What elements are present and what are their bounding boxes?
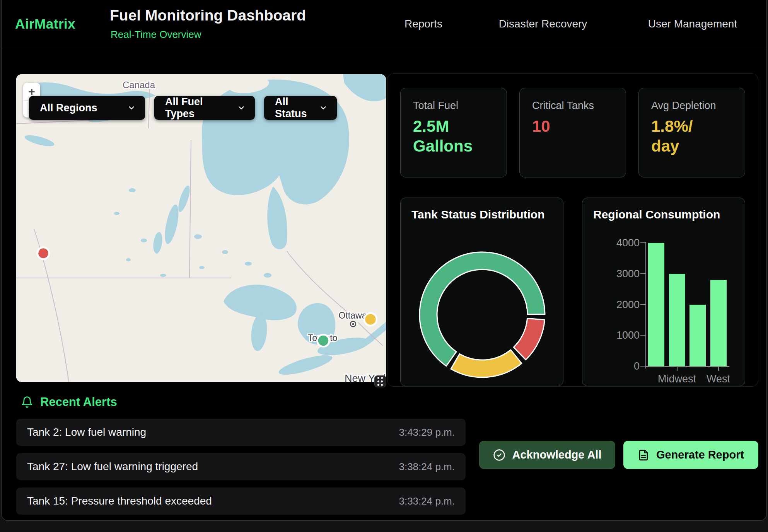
map-label-canada: Canada <box>123 80 155 90</box>
alert-row[interactable]: Tank 2: Low fuel warning 3:43:29 p.m. <box>16 419 466 446</box>
x-tick-label: West <box>707 373 730 385</box>
page-title: Fuel Monitoring Dashboard <box>110 7 306 24</box>
y-tick <box>640 242 645 243</box>
nav-reports[interactable]: Reports <box>404 18 442 30</box>
header: AirMatrix Fuel Monitoring Dashboard Real… <box>2 0 766 49</box>
alert-time: 3:43:29 p.m. <box>399 426 455 438</box>
nav-disaster-recovery[interactable]: Disaster Recovery <box>499 18 587 30</box>
chevron-down-icon <box>237 104 246 112</box>
alert-row[interactable]: Tank 15: Pressure threshold exceeded 3:3… <box>16 488 466 515</box>
file-text-icon <box>638 449 649 461</box>
x-tick <box>718 367 719 371</box>
alert-message: Tank 27: Low fuel warning triggered <box>27 460 198 473</box>
metrics-panel: Total Fuel 2.5M Gallons Critical Tanks 1… <box>387 73 758 387</box>
fuel-types-dropdown[interactable]: All Fuel Types <box>154 96 255 120</box>
alert-message: Tank 15: Pressure threshold exceeded <box>27 495 212 507</box>
map-canvas: Canada Ottawa Toronto New York <box>16 74 386 382</box>
map-marker-normal[interactable] <box>317 335 329 347</box>
bar-2 <box>689 305 706 367</box>
acknowledge-all-label: Acknowledge All <box>512 448 602 461</box>
stat-card-avg-depletion: Avg Depletion 1.8%/day <box>638 88 745 177</box>
bar-0 <box>648 243 664 366</box>
alert-time: 3:38:24 p.m. <box>399 461 455 473</box>
donut-chart: Tank Status Distribution <box>400 198 563 386</box>
stats-row: Total Fuel 2.5M Gallons Critical Tanks 1… <box>400 88 745 177</box>
y-axis <box>645 242 646 368</box>
x-axis <box>645 366 729 367</box>
check-circle-icon <box>493 449 505 461</box>
y-tick-label: 3000 <box>593 268 640 280</box>
brand-logo: AirMatrix <box>15 16 75 32</box>
map[interactable]: Canada Ottawa Toronto New York + − All R… <box>16 74 386 382</box>
donut-segment-warning <box>451 350 522 377</box>
y-tick-label: 0 <box>593 360 640 372</box>
stat-card-critical-tanks: Critical Tanks 10 <box>519 88 626 177</box>
map-filter-bar: All Regions All Fuel Types All Status <box>29 96 337 120</box>
alert-row[interactable]: Tank 27: Low fuel warning triggered 3:38… <box>16 453 466 480</box>
y-tick-label: 1000 <box>593 329 640 341</box>
map-label-ottawa: Ottawa <box>339 310 367 321</box>
y-tick <box>640 366 645 367</box>
fuel-types-dropdown-value: All Fuel Types <box>165 96 229 120</box>
map-marker-critical[interactable] <box>38 247 49 259</box>
chevron-down-icon <box>319 104 328 112</box>
stat-value: 2.5M Gallons <box>413 116 494 156</box>
page-subtitle: Real-Time Overview <box>111 29 201 41</box>
y-tick-label: 2000 <box>593 298 640 310</box>
y-tick-label: 4000 <box>593 237 640 249</box>
status-dropdown[interactable]: All Status <box>264 96 337 120</box>
bell-icon <box>21 396 33 409</box>
stat-card-total-fuel: Total Fuel 2.5M Gallons <box>400 88 507 177</box>
map-marker-warning[interactable] <box>364 313 377 326</box>
x-tick-label: Midwest <box>658 373 696 385</box>
status-dropdown-value: All Status <box>275 96 311 120</box>
acknowledge-all-button[interactable]: Acknowledge All <box>479 441 615 469</box>
generate-report-button[interactable]: Generate Report <box>623 441 758 469</box>
chevron-down-icon <box>127 104 136 112</box>
donut-segment-critical <box>514 318 544 360</box>
y-tick <box>640 304 645 305</box>
bar-chart-plot: 01000200030004000MidwestWest <box>582 198 745 386</box>
x-tick <box>677 367 678 371</box>
donut-chart-canvas <box>401 198 564 387</box>
y-tick <box>640 273 645 274</box>
y-tick <box>640 335 645 336</box>
dashboard-root: AirMatrix Fuel Monitoring Dashboard Real… <box>1 0 767 521</box>
nav-user-management[interactable]: User Management <box>648 18 737 30</box>
alerts-header: Recent Alerts <box>21 395 117 409</box>
alert-time: 3:33:24 p.m. <box>399 495 455 507</box>
bar-chart: Regional Consumption 01000200030004000Mi… <box>582 198 745 386</box>
stat-value: 1.8%/day <box>651 116 702 156</box>
stat-label: Critical Tanks <box>532 100 613 112</box>
resize-grip-icon[interactable] <box>374 375 386 387</box>
map-city-dot-ottawa-center <box>352 323 354 325</box>
stat-label: Total Fuel <box>413 100 494 112</box>
alerts-title: Recent Alerts <box>40 395 117 409</box>
generate-report-label: Generate Report <box>656 448 744 461</box>
stat-label: Avg Depletion <box>651 100 732 112</box>
stat-value: 10 <box>532 116 613 136</box>
alert-message: Tank 2: Low fuel warning <box>27 426 146 438</box>
bar-3 <box>710 280 727 366</box>
regions-dropdown-value: All Regions <box>40 102 97 114</box>
regions-dropdown[interactable]: All Regions <box>29 96 145 120</box>
bar-1 <box>669 274 685 366</box>
